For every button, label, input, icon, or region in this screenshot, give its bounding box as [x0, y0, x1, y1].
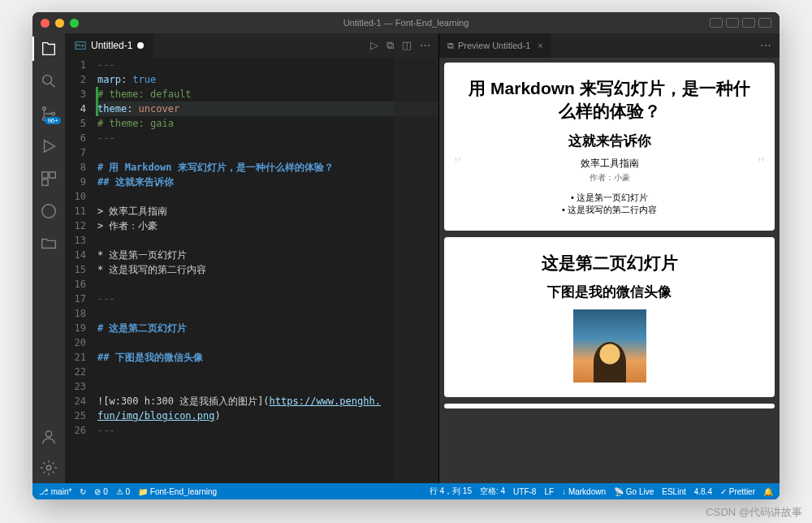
markdown-file-icon — [75, 40, 86, 51]
editor-tab[interactable]: Untitled-1 — [65, 33, 153, 58]
remote-icon[interactable] — [40, 202, 58, 220]
svg-rect-5 — [50, 172, 55, 178]
svg-point-0 — [43, 76, 52, 84]
slide-subtitle: 这就来告诉你 — [469, 132, 750, 150]
preview-content: 用 Markdown 来写幻灯片，是一种什么样的体验？ 这就来告诉你 " 效率工… — [439, 58, 780, 483]
slide-2: 这是第二页幻灯片 下图是我的微信头像 — [444, 237, 775, 397]
blockquote: " 效率工具指南 作者：小豪 " — [469, 157, 750, 184]
source-control-badge: 96+ — [45, 117, 61, 124]
svg-point-9 — [46, 465, 51, 470]
preview-tabs-bar: ⧉ Preview Untitled-1 × ⋯ — [439, 33, 780, 58]
preview-tab[interactable]: ⧉ Preview Untitled-1 × — [439, 33, 551, 58]
traffic-lights — [32, 19, 79, 28]
editor-actions: ▷ ⧉ ◫ ⋯ — [370, 39, 438, 52]
slide-title: 用 Markdown 来写幻灯片，是一种什么样的体验？ — [469, 77, 750, 123]
svg-point-7 — [42, 205, 56, 218]
window-title: Untitled-1 — Font-End_learning — [343, 18, 469, 28]
svg-rect-6 — [42, 179, 48, 185]
slide-subtitle: 下图是我的微信头像 — [469, 283, 750, 301]
status-cursor[interactable]: 行 4，列 15 — [430, 486, 472, 497]
git-gutter-mark — [96, 87, 98, 116]
tab-label: Untitled-1 — [91, 40, 132, 51]
svg-point-8 — [45, 431, 51, 437]
quote-line: 效率工具指南 — [469, 157, 750, 171]
status-eslint[interactable]: ESLint — [662, 487, 685, 496]
line-numbers: 1234567891011121314151617181920212223242… — [65, 58, 97, 483]
status-folder[interactable]: 📁 Font-End_learning — [138, 487, 217, 496]
editor-tabs-bar: Untitled-1 ▷ ⧉ ◫ ⋯ — [65, 33, 438, 58]
bullet-list: 这是第一页幻灯片 这是我写的第二行内容 — [469, 192, 750, 216]
layout-button[interactable] — [726, 18, 739, 28]
svg-point-3 — [52, 112, 55, 115]
run-debug-icon[interactable] — [40, 137, 58, 155]
close-window-button[interactable] — [41, 19, 50, 28]
minimap[interactable] — [394, 58, 438, 483]
status-encoding[interactable]: UTF-8 — [513, 487, 536, 496]
status-bar: ⎇ main* ↻ ⊘ 0 ⚠ 0 📁 Font-End_learning 行 … — [32, 483, 780, 499]
watermark: CSDN @代码讲故事 — [706, 505, 802, 520]
status-version[interactable]: 4.8.4 — [694, 487, 712, 496]
slide-title: 这是第二页幻灯片 — [469, 252, 750, 274]
preview-pane: ⧉ Preview Untitled-1 × ⋯ 用 Markdown 来写幻灯… — [438, 33, 780, 483]
code-content: --- marp: true # theme: default theme: u… — [97, 58, 438, 483]
preview-tab-icon: ⧉ — [447, 41, 454, 51]
code-editor[interactable]: 1234567891011121314151617181920212223242… — [65, 58, 438, 483]
title-bar: Untitled-1 — Font-End_learning — [32, 12, 780, 33]
maximize-window-button[interactable] — [70, 19, 79, 28]
modified-indicator-icon — [137, 42, 144, 49]
list-item: 这是第一页幻灯片 — [469, 192, 750, 204]
minimize-window-button[interactable] — [55, 19, 64, 28]
layout-button[interactable] — [758, 18, 771, 28]
svg-rect-4 — [42, 172, 48, 178]
status-branch[interactable]: ⎇ main* — [39, 487, 71, 496]
status-notifications-icon[interactable]: 🔔 — [763, 487, 773, 496]
quote-line: 作者：小豪 — [469, 172, 750, 184]
extensions-icon[interactable] — [40, 170, 58, 188]
main-area: Untitled-1 ▷ ⧉ ◫ ⋯ 123456789101112131415… — [65, 33, 780, 483]
list-item: 这是我写的第二行内容 — [469, 204, 750, 216]
status-eol[interactable]: LF — [544, 487, 554, 496]
status-errors[interactable]: ⊘ 0 — [94, 487, 107, 496]
status-language[interactable]: ↓ Markdown — [562, 487, 606, 496]
source-control-icon[interactable]: 96+ — [40, 105, 58, 123]
activity-bar: 96+ — [32, 33, 65, 483]
status-prettier[interactable]: ✓ Prettier — [720, 487, 755, 496]
status-sync[interactable]: ↻ — [80, 487, 86, 496]
layout-button[interactable] — [742, 18, 755, 28]
split-icon[interactable]: ◫ — [402, 39, 412, 52]
editor-layout-buttons — [710, 18, 780, 28]
editor-pane: Untitled-1 ▷ ⧉ ◫ ⋯ 123456789101112131415… — [65, 33, 438, 483]
preview-actions[interactable]: ⋯ — [760, 39, 780, 52]
search-icon[interactable] — [40, 72, 58, 90]
close-icon[interactable]: × — [538, 41, 542, 50]
status-spaces[interactable]: 空格: 4 — [480, 486, 505, 497]
more-icon[interactable]: ⋯ — [420, 39, 430, 52]
preview-tab-label: Preview Untitled-1 — [458, 41, 530, 50]
preview-icon[interactable]: ⧉ — [387, 39, 394, 52]
slide-1: 用 Markdown 来写幻灯片，是一种什么样的体验？ 这就来告诉你 " 效率工… — [444, 63, 775, 231]
quote-left-icon: " — [454, 153, 461, 174]
status-warnings[interactable]: ⚠ 0 — [116, 487, 130, 496]
folder-icon[interactable] — [40, 235, 58, 253]
run-icon[interactable]: ▷ — [370, 39, 378, 52]
layout-button[interactable] — [710, 18, 723, 28]
svg-point-1 — [43, 107, 46, 110]
body-area: 96+ Untitled-1 ▷ ⧉ — [32, 33, 780, 483]
account-icon[interactable] — [40, 428, 58, 446]
explorer-icon[interactable] — [40, 40, 58, 58]
status-golive[interactable]: 📡 Go Live — [614, 487, 654, 496]
slide-image — [573, 309, 646, 383]
settings-icon[interactable] — [40, 459, 58, 477]
quote-right-icon: " — [758, 153, 765, 174]
slide-3-peek — [444, 404, 775, 408]
vscode-window: Untitled-1 — Font-End_learning 96+ — [32, 12, 780, 499]
